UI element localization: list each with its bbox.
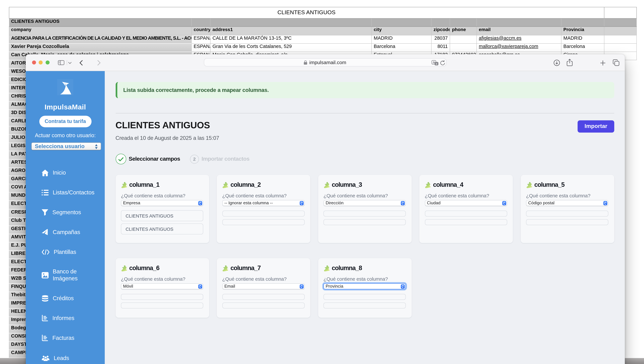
svg-text:x: x: [436, 62, 437, 65]
